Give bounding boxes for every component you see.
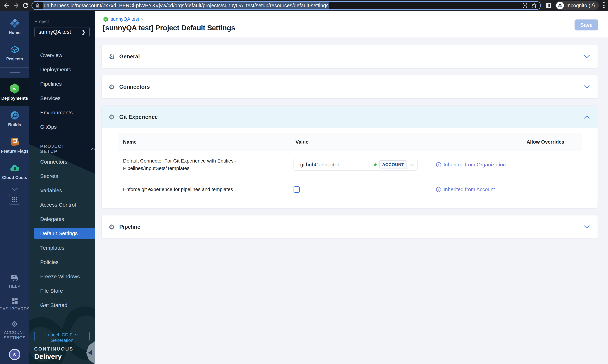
nav-item-deployments[interactable]: Deployments bbox=[29, 62, 95, 77]
user-avatar[interactable]: s bbox=[9, 349, 20, 360]
address-bar[interactable]: qa.harness.io/ng/account/px7xd_BFRCi-pfW… bbox=[31, 1, 541, 10]
side-panel-icon[interactable] bbox=[545, 2, 552, 9]
project-nav-list: Overview Deployments Pipelines Services … bbox=[29, 48, 95, 134]
chevron-down-icon[interactable] bbox=[584, 225, 590, 229]
inherited-from-organization-link[interactable]: i Inherited from Organization bbox=[436, 162, 577, 168]
module-grid-button[interactable] bbox=[9, 195, 20, 205]
chevron-down-icon[interactable] bbox=[584, 85, 590, 89]
chevron-up-icon bbox=[91, 148, 95, 150]
chrome-right-controls: Incognito (2) bbox=[545, 1, 605, 10]
module-item-cloud-costs[interactable]: $ Cloud Costs bbox=[0, 158, 29, 185]
setup-item-policies[interactable]: Policies bbox=[29, 255, 95, 269]
browser-menu-dots-icon[interactable] bbox=[603, 1, 605, 9]
main-content: ∞ sunnyQA test › [sunnyQA test] Project … bbox=[95, 11, 608, 364]
save-button[interactable]: Save bbox=[575, 19, 598, 30]
nav-item-overview[interactable]: Overview bbox=[29, 48, 95, 62]
breadcrumb-project-link[interactable]: sunnyQA test bbox=[111, 16, 139, 22]
bookmark-star-icon[interactable] bbox=[531, 2, 537, 9]
svg-text:$: $ bbox=[13, 166, 16, 171]
footer-label: DASHBOARDS bbox=[0, 306, 30, 312]
incognito-icon bbox=[556, 1, 564, 9]
setup-item-connectors[interactable]: Connectors bbox=[29, 155, 95, 169]
project-selector[interactable]: sunnyQA test ❯ bbox=[34, 27, 90, 37]
accordion-pipeline[interactable]: ⚙ Pipeline bbox=[102, 215, 597, 238]
nav-item-gitops[interactable]: GitOps bbox=[29, 120, 95, 134]
page-title: [sunnyQA test] Project Default Settings bbox=[103, 24, 608, 32]
nav-item-pipelines[interactable]: Pipelines bbox=[29, 77, 95, 91]
module-item-feature-flags[interactable]: Feature Flags bbox=[0, 132, 29, 158]
project-setup-header[interactable]: PROJECT SETUP bbox=[29, 143, 95, 155]
feature-flags-icon bbox=[10, 137, 20, 147]
cloud-costs-icon: $ bbox=[10, 163, 20, 173]
nav-divider bbox=[35, 140, 90, 140]
module-item-builds[interactable]: Builds bbox=[0, 106, 29, 132]
chevron-down-icon[interactable] bbox=[584, 55, 590, 58]
scan-qr-icon[interactable] bbox=[522, 3, 528, 8]
column-header-value: Value bbox=[294, 139, 436, 145]
nav-item-services[interactable]: Services bbox=[29, 91, 95, 105]
module-label: Cloud Costs bbox=[2, 175, 27, 180]
git-experience-header[interactable]: ⚙ Git Experience bbox=[102, 106, 597, 128]
back-button[interactable] bbox=[2, 1, 11, 10]
setup-item-delegates[interactable]: Delegates bbox=[29, 212, 95, 226]
connector-select-dropdown[interactable]: githubConnector ACCOUNT bbox=[294, 159, 417, 170]
enforce-git-experience-checkbox[interactable] bbox=[294, 186, 300, 193]
setting-name: Enforce git experience for pipelines and… bbox=[123, 186, 294, 193]
setting-value-cell: githubConnector ACCOUNT bbox=[294, 159, 436, 170]
forward-button[interactable] bbox=[11, 1, 21, 10]
launch-cd-first-generation-button[interactable]: Launch CD First Generation bbox=[34, 332, 90, 341]
reload-icon bbox=[23, 2, 29, 9]
project-setup-label: PROJECT SETUP bbox=[40, 144, 79, 154]
svg-text:∞: ∞ bbox=[105, 18, 107, 21]
setup-item-default-settings[interactable]: Default Settings bbox=[34, 228, 95, 239]
dashboards-button[interactable]: DASHBOARDS bbox=[0, 293, 29, 316]
inherited-from-account-link[interactable]: i Inherited from Account bbox=[436, 187, 577, 193]
incognito-chip[interactable]: Incognito (2) bbox=[556, 1, 599, 10]
settings-table-header: Name Value Allow Overrides bbox=[118, 133, 582, 151]
back-icon bbox=[3, 2, 10, 9]
projects-icon bbox=[10, 44, 20, 55]
svg-text:i: i bbox=[438, 188, 439, 191]
setup-item-templates[interactable]: Templates bbox=[29, 241, 95, 255]
svg-text:i: i bbox=[438, 163, 439, 166]
app-shell: Home Projects ∞ Deployments bbox=[0, 11, 608, 364]
module-label: Home bbox=[9, 30, 21, 35]
help-button[interactable]: ? HELP bbox=[0, 271, 29, 293]
module-nav-footer: ? HELP DASHBOARDS ⚙ ACCOUNT SETTINGS s bbox=[0, 271, 29, 364]
git-experience-body: Name Value Allow Overrides Default Conne… bbox=[102, 128, 597, 208]
setup-item-access-control[interactable]: Access Control bbox=[29, 198, 95, 212]
chevron-down-icon bbox=[11, 188, 18, 191]
module-nav-expand-toggle[interactable] bbox=[0, 185, 29, 193]
accordion-connectors[interactable]: ⚙ Connectors bbox=[102, 75, 597, 98]
module-nav-divider bbox=[0, 67, 29, 78]
accordion-general[interactable]: ⚙ General bbox=[102, 45, 597, 68]
account-settings-button[interactable]: ⚙ ACCOUNT SETTINGS bbox=[0, 316, 29, 345]
setup-item-variables[interactable]: Variables bbox=[29, 183, 95, 198]
setup-item-freeze-windows[interactable]: Freeze Windows bbox=[29, 269, 95, 284]
url-text: qa.harness.io/ng/account/px7xd_BFRCi-pfW… bbox=[43, 2, 329, 9]
gear-icon: ⚙ bbox=[11, 320, 18, 329]
scope-badge: ACCOUNT bbox=[379, 160, 407, 169]
info-icon: i bbox=[436, 187, 441, 192]
breadcrumb: ∞ sunnyQA test › bbox=[103, 11, 608, 22]
chevron-up-icon[interactable] bbox=[584, 115, 590, 119]
section-title: Connectors bbox=[119, 84, 150, 90]
setup-item-secrets[interactable]: Secrets bbox=[29, 169, 95, 183]
reload-button[interactable] bbox=[21, 1, 30, 10]
setup-item-get-started[interactable]: Get Started bbox=[29, 298, 95, 312]
builds-icon bbox=[10, 110, 20, 121]
avatar-initial: s bbox=[13, 351, 16, 357]
gear-icon: ⚙ bbox=[109, 83, 115, 91]
home-icon bbox=[10, 18, 20, 28]
project-setup-list: Connectors Secrets Variables Access Cont… bbox=[29, 155, 95, 312]
setup-item-file-store[interactable]: File Store bbox=[29, 284, 95, 298]
module-item-deployments[interactable]: ∞ Deployments bbox=[0, 78, 29, 106]
module-brand: CONTINUOUS Delivery bbox=[34, 346, 90, 361]
module-item-projects[interactable]: Projects bbox=[0, 40, 29, 66]
section-title: General bbox=[119, 53, 140, 60]
section-title: Git Experience bbox=[119, 114, 158, 120]
nav-item-environments[interactable]: Environments bbox=[29, 105, 95, 120]
module-item-home[interactable]: Home bbox=[0, 11, 29, 40]
project-nav: ∞ Project sunnyQA test ❯ Overview Deploy… bbox=[29, 11, 95, 364]
gear-icon: ⚙ bbox=[109, 52, 115, 61]
